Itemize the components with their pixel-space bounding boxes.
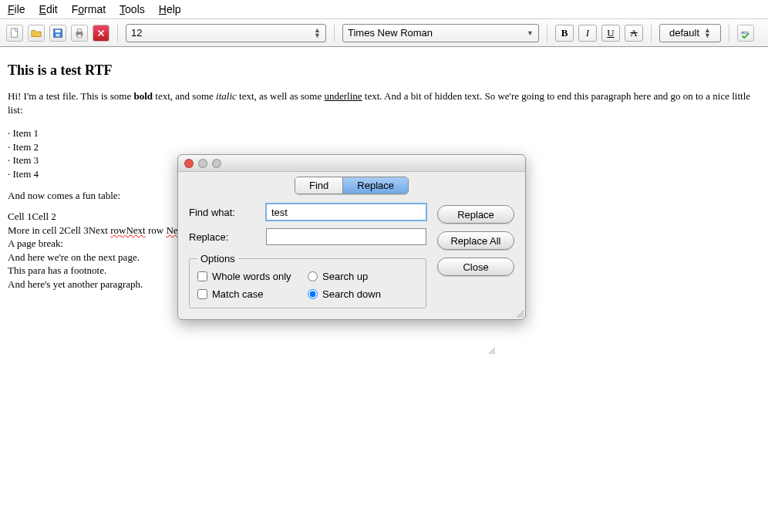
- close-doc-icon[interactable]: [93, 25, 109, 42]
- replace-with-label: Replace:: [189, 231, 258, 243]
- search-up-radio[interactable]: Search up: [308, 271, 418, 282]
- font-size-value: 12: [131, 27, 142, 39]
- menu-help[interactable]: Help: [159, 3, 181, 15]
- spellcheck-icon[interactable]: abc: [737, 25, 754, 42]
- chevron-down-icon: ▼: [527, 29, 534, 37]
- find-what-input[interactable]: [266, 204, 426, 221]
- tab-replace[interactable]: Replace: [342, 177, 408, 194]
- toolbar-separator: [547, 24, 547, 42]
- svg-rect-6: [77, 34, 81, 37]
- window-minimize-icon[interactable]: [198, 159, 207, 168]
- replace-with-input[interactable]: [266, 228, 426, 245]
- toolbar-separator: [117, 24, 118, 42]
- list-item: Item 2: [8, 140, 760, 154]
- dialog-titlebar[interactable]: [178, 155, 525, 172]
- list-item: Item 1: [8, 126, 760, 140]
- search-up-input[interactable]: [308, 271, 318, 281]
- font-name-combo[interactable]: Times New Roman ▼: [342, 24, 539, 42]
- whole-words-checkbox[interactable]: Whole words only: [197, 271, 308, 282]
- resize-grip-icon[interactable]: [487, 345, 495, 353]
- svg-rect-0: [12, 28, 18, 36]
- svg-rect-3: [56, 33, 59, 36]
- svg-rect-2: [56, 29, 61, 32]
- menu-edit[interactable]: Edit: [39, 3, 58, 15]
- dialog-resize-grip-icon[interactable]: [514, 308, 524, 318]
- window-zoom-icon[interactable]: [212, 159, 221, 168]
- search-down-input[interactable]: [308, 289, 318, 299]
- strike-button[interactable]: A: [625, 25, 643, 42]
- menubar: File Edit Format Tools Help: [0, 0, 768, 19]
- close-button[interactable]: Close: [437, 258, 514, 276]
- menu-tools[interactable]: Tools: [120, 3, 145, 15]
- new-file-icon[interactable]: [6, 25, 23, 42]
- svg-text:abc: abc: [741, 29, 749, 34]
- italic-button[interactable]: I: [578, 25, 597, 42]
- replace-all-button[interactable]: Replace All: [437, 231, 514, 250]
- whole-words-input[interactable]: [197, 271, 207, 281]
- svg-line-12: [493, 352, 495, 354]
- stepper-icon: ▲▼: [704, 28, 711, 39]
- font-name-value: Times New Roman: [348, 27, 433, 39]
- toolbar-separator: [651, 24, 652, 42]
- svg-line-14: [519, 313, 524, 318]
- bold-button[interactable]: B: [555, 25, 574, 42]
- dialog-tabbar: Find Replace: [178, 172, 525, 200]
- search-down-radio[interactable]: Search down: [308, 288, 418, 300]
- toolbar-separator: [729, 24, 729, 42]
- menu-file[interactable]: File: [8, 3, 25, 15]
- match-case-checkbox[interactable]: Match case: [197, 288, 308, 300]
- open-file-icon[interactable]: [28, 25, 45, 42]
- style-value: default: [669, 27, 699, 39]
- replace-button[interactable]: Replace: [437, 205, 514, 224]
- find-replace-dialog: Find Replace Find what: Replace: Options…: [177, 154, 526, 320]
- tab-find[interactable]: Find: [295, 177, 342, 194]
- find-what-label: Find what:: [189, 207, 258, 218]
- svg-rect-5: [77, 29, 81, 32]
- font-size-combo[interactable]: 12 ▲▼: [126, 24, 326, 42]
- options-legend: Options: [197, 253, 238, 264]
- doc-title: This is a test RTF: [8, 61, 760, 79]
- stepper-icon: ▲▼: [314, 28, 321, 39]
- match-case-input[interactable]: [197, 289, 207, 299]
- window-close-icon[interactable]: [184, 159, 194, 168]
- save-file-icon[interactable]: [49, 25, 66, 42]
- underline-button[interactable]: U: [601, 25, 620, 42]
- toolbar-separator: [334, 24, 335, 42]
- toolbar: 12 ▲▼ Times New Roman ▼ B I U A default …: [0, 19, 768, 47]
- menu-format[interactable]: Format: [72, 3, 106, 15]
- doc-intro: Hi! I'm a test file. This is some bold t…: [8, 89, 760, 116]
- style-combo[interactable]: default ▲▼: [659, 24, 721, 42]
- options-group: Options Whole words only Search up Match…: [189, 253, 426, 308]
- print-icon[interactable]: [71, 25, 88, 42]
- svg-line-15: [521, 315, 524, 318]
